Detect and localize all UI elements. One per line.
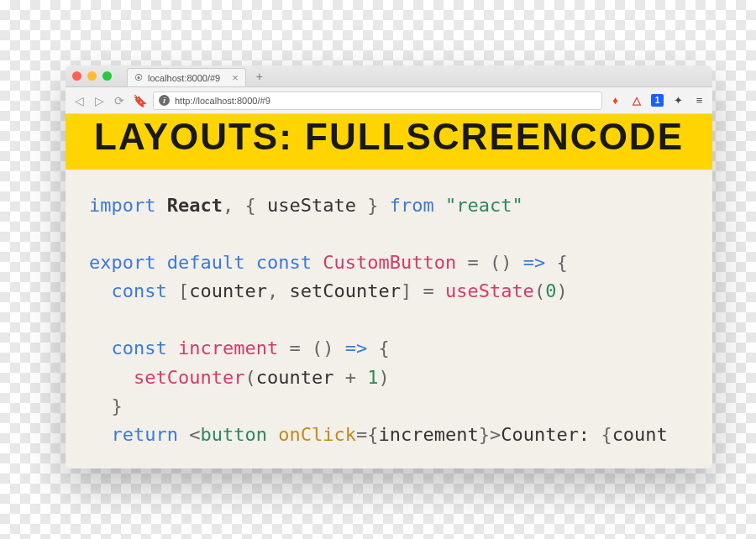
code-token: } [112, 395, 123, 416]
maximize-window-button[interactable] [102, 71, 112, 81]
bookmark-button[interactable]: 🔖 [133, 94, 146, 107]
hamburger-menu-icon[interactable]: ≡ [693, 94, 706, 107]
code-token: count [612, 424, 668, 445]
code-token: < [189, 424, 200, 445]
code-token: const [256, 252, 312, 273]
code-token: = [423, 280, 433, 301]
code-token: > [490, 424, 501, 445]
url-field[interactable]: i http://localhost:8000/#9 [153, 92, 602, 110]
code-token: = [356, 424, 367, 445]
minimize-window-button[interactable] [87, 71, 97, 81]
forward-button[interactable]: ▷ [92, 94, 106, 107]
code-token: useState [267, 195, 356, 216]
code-token: setCounter [289, 280, 400, 301]
code-token: const [112, 338, 167, 358]
code-token: { [378, 338, 389, 358]
code-token: import [89, 195, 155, 216]
code-token: increment [378, 424, 478, 445]
code-token: useState [445, 280, 534, 301]
code-token: increment [178, 338, 278, 358]
page-title: LAYOUTS: FULLSCREENCODE [66, 116, 712, 158]
address-bar: ◁ ▷ ⟳ 🔖 i http://localhost:8000/#9 ♦ △ 1… [66, 87, 712, 114]
browser-window: ⦿ localhost:8000/#9 × + ◁ ▷ ⟳ 🔖 i http:/… [66, 65, 712, 468]
code-token: [ [178, 280, 189, 301]
code-token: { [556, 252, 567, 273]
code-token: setCounter [134, 367, 244, 388]
code-token: ] [401, 280, 412, 301]
code-token: button [200, 424, 266, 445]
close-tab-button[interactable]: × [232, 72, 239, 83]
code-token: ( [534, 280, 545, 301]
code-token: () [490, 252, 512, 273]
brave-shield-icon[interactable]: ♦ [609, 94, 622, 107]
browser-tab[interactable]: ⦿ localhost:8000/#9 × [127, 68, 246, 86]
code-token: = [467, 252, 478, 273]
code-token: export [89, 252, 155, 273]
code-token: => [523, 252, 546, 273]
page-content: LAYOUTS: FULLSCREENCODE import React, { … [66, 114, 712, 468]
code-token: = [289, 338, 300, 358]
code-token: CustomButton [323, 252, 456, 273]
tab-title: localhost:8000/#9 [148, 73, 220, 83]
url-text: http://localhost:8000/#9 [175, 96, 270, 106]
code-token: + [345, 367, 356, 388]
code-token: } [479, 424, 490, 445]
code-token: { [244, 195, 255, 216]
onepassword-icon[interactable]: 1 [651, 94, 664, 107]
traffic-lights [72, 71, 112, 81]
code-token: { [601, 424, 612, 445]
code-token: ( [244, 367, 255, 388]
code-token: , [267, 280, 278, 301]
titlebar: ⦿ localhost:8000/#9 × + [66, 65, 712, 87]
code-token: default [167, 252, 245, 273]
code-token: () [312, 338, 334, 358]
extensions-icon[interactable]: ✦ [672, 94, 685, 107]
code-token: ) [378, 367, 389, 388]
code-token: counter [256, 367, 334, 388]
reload-button[interactable]: ⟳ [113, 94, 126, 107]
code-token: counter [189, 280, 267, 301]
toolbar-right: ♦ △ 1 ✦ ≡ [609, 94, 706, 107]
code-token: 1 [367, 367, 378, 388]
code-token: , [223, 195, 234, 216]
code-block: import React, { useState } from "react" … [66, 170, 712, 468]
code-token: "react" [445, 195, 523, 216]
site-info-icon[interactable]: i [159, 95, 170, 106]
code-token: => [345, 338, 368, 358]
warning-triangle-icon[interactable]: △ [630, 94, 643, 107]
code-token: const [112, 280, 167, 301]
code-token: from [390, 195, 434, 216]
tab-favicon-icon: ⦿ [134, 73, 143, 82]
new-tab-button[interactable]: + [256, 70, 263, 83]
code-token: Counter: [501, 424, 601, 445]
code-token: onClick [278, 424, 356, 445]
code-token: 0 [545, 280, 556, 301]
banner: LAYOUTS: FULLSCREENCODE [66, 114, 712, 170]
back-button[interactable]: ◁ [72, 94, 86, 107]
code-token: return [112, 424, 178, 445]
code-token: } [367, 195, 378, 216]
code-token: ) [556, 280, 567, 301]
code-token: React [167, 195, 223, 216]
code-token: { [367, 424, 378, 445]
close-window-button[interactable] [72, 71, 81, 81]
